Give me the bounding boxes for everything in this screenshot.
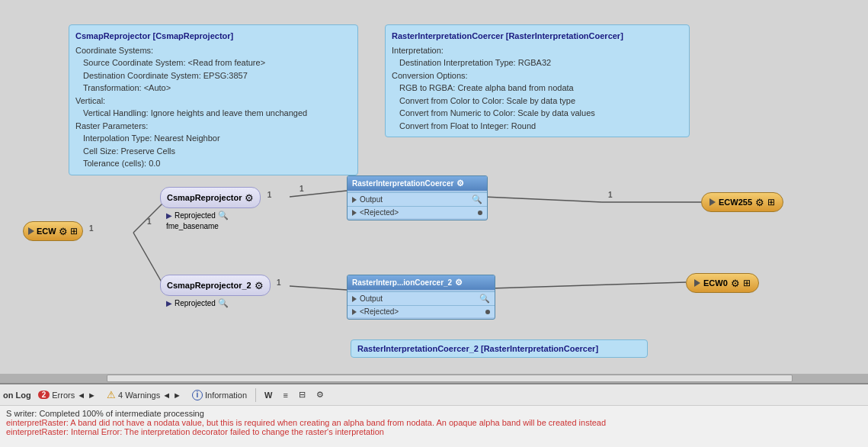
csmap2-reprojected-label: Reprojected	[175, 299, 216, 307]
csmap-tooltip: CsmapReprojector [CsmapReprojector] Coor…	[69, 24, 358, 175]
raster1-ports: Output 🔍 <Rejected>	[348, 191, 487, 220]
log-line-1: S writer: Completed 100% of intermediate…	[6, 409, 862, 418]
canvas-area: CsmapReprojector [CsmapReprojector] Coor…	[0, 0, 868, 374]
raster2-header: RasterInterp...ionCoercer_2 ⚙	[348, 275, 495, 290]
ecw-to-csmap-label: 1	[147, 217, 152, 226]
raster1-rejected-play	[352, 210, 357, 216]
information-button[interactable]: i Information	[188, 388, 251, 403]
ecw-play-icon	[28, 227, 34, 235]
ecw-source-label: ECW	[37, 227, 56, 236]
csmap1-basename-label: fme_basename	[166, 222, 219, 230]
toolbar-settings-icon: ⚙	[316, 390, 324, 400]
log-area: on Log 2 Errors ◄ ► ⚠ 4 Warnings ◄ ► i I…	[0, 383, 868, 447]
raster1-output-label: Output	[360, 195, 383, 204]
toolbar-w-btn[interactable]: W	[261, 388, 276, 402]
bottom-popup-title: RasterInterpretationCoercer_2 [RasterInt…	[357, 344, 598, 353]
csmap1-basename-port: fme_basename	[166, 221, 261, 231]
ecw0-play-icon	[694, 279, 700, 287]
csmap2-label: CsmapReprojector_2	[167, 281, 251, 290]
csmap-tooltip-line2: Source Coordinate System: <Read from fea…	[75, 56, 351, 69]
ecw255-node[interactable]: ECW255 ⚙ ⊞	[701, 192, 783, 212]
csmap2-magnify-icon: 🔍	[218, 298, 229, 308]
warnings-prev-icon[interactable]: ◄	[162, 391, 171, 400]
ecw255-play-icon	[709, 198, 716, 206]
csmap-tooltip-line4: Transformation: <Auto>	[75, 82, 351, 95]
ecw-table-icon: ⊞	[70, 226, 78, 236]
raster1-to-ecw255-label: 1	[608, 191, 613, 199]
log-line-2: einterpretRaster: A band did not have a …	[6, 418, 862, 427]
csmap1-magnify-icon: 🔍	[218, 211, 229, 220]
ecw255-label: ECW255	[719, 198, 752, 207]
scrollbar-area[interactable]	[0, 374, 868, 383]
csmap1-reprojected-port: ▶ Reprojected 🔍	[166, 210, 261, 221]
csmap2-output-count: 1	[277, 278, 281, 287]
svg-line-5	[290, 286, 347, 290]
csmap1-gear-icon: ⚙	[245, 192, 254, 204]
raster-tooltip-line4: RGB to RGBA: Create alpha band from noda…	[392, 82, 683, 95]
svg-line-6	[492, 282, 686, 288]
ecw0-table-icon: ⊞	[743, 278, 751, 288]
svg-line-2	[290, 191, 347, 197]
toolbar-list-icon: ≡	[283, 391, 287, 400]
errors-prev-icon[interactable]: ◄	[77, 391, 85, 400]
raster2-rejected-play	[352, 309, 357, 315]
warnings-label: 4 Warnings	[118, 391, 160, 400]
errors-count-badge: 2	[38, 391, 50, 399]
raster2-node[interactable]: RasterInterp...ionCoercer_2 ⚙ Output 🔍 <…	[347, 275, 495, 320]
raster1-node[interactable]: RasterInterpretationCoercer ⚙ Output 🔍 <…	[347, 175, 488, 220]
ecw-source-node[interactable]: ECW ⚙ ⊞ 1	[23, 221, 83, 241]
raster2-rejected-label: <Rejected>	[360, 307, 399, 316]
raster1-output-play	[352, 197, 357, 203]
raster-tooltip: RasterInterpretationCoercer [RasterInter…	[385, 24, 690, 137]
scrollbar-thumb[interactable]	[107, 375, 793, 382]
errors-button[interactable]: 2 Errors ◄ ►	[34, 388, 100, 402]
ecw255-table-icon: ⊞	[767, 197, 775, 207]
log-line-3: einterpretRaster: Internal Error: The in…	[6, 427, 862, 436]
csmap1-node[interactable]: CsmapReprojector ⚙ ▶ Reprojected 🔍 fme_b…	[160, 187, 261, 231]
raster-tooltip-line6: Convert from Numeric to Color: Scale by …	[392, 107, 683, 120]
raster-tooltip-line3: Conversion Options:	[392, 69, 683, 82]
csmap-tooltip-line6: Vertical Handling: Ignore heights and le…	[75, 107, 351, 120]
csmap-tooltip-line5: Vertical:	[75, 95, 351, 108]
log-toolbar: on Log 2 Errors ◄ ► ⚠ 4 Warnings ◄ ► i I…	[0, 384, 868, 406]
warnings-next-icon[interactable]: ►	[173, 391, 181, 400]
csmap1-to-raster-label: 1	[299, 185, 304, 193]
csmap2-node[interactable]: CsmapReprojector_2 ⚙ ▶ Reprojected 🔍 1	[160, 275, 271, 309]
raster1-rejected-dot	[478, 211, 482, 215]
raster1-label: RasterInterpretationCoercer	[352, 179, 453, 188]
csmap-tooltip-title: CsmapReprojector [CsmapReprojector]	[75, 30, 351, 43]
toolbar-settings-btn[interactable]: ⚙	[312, 388, 328, 402]
csmap1-output-count: 1	[267, 191, 272, 199]
errors-next-icon[interactable]: ►	[88, 391, 96, 400]
ecw-gear-icon: ⚙	[59, 226, 68, 237]
raster1-gear-icon: ⚙	[456, 178, 464, 188]
raster-tooltip-line1: Interpretation:	[392, 44, 683, 57]
csmap-tooltip-line9: Cell Size: Preserve Cells	[75, 145, 351, 158]
csmap-tooltip-line10: Tolerance (cells): 0.0	[75, 157, 351, 170]
raster1-rejected-port: <Rejected>	[348, 206, 487, 218]
raster1-rejected-label: <Rejected>	[360, 208, 399, 217]
toolbar-w-icon: W	[264, 391, 272, 400]
raster2-ports: Output 🔍 <Rejected>	[348, 290, 495, 319]
log-tab-label: on Log	[3, 391, 31, 400]
raster-tooltip-line2: Destination Interpretation Type: RGBA32	[392, 56, 683, 69]
warning-triangle-icon: ⚠	[107, 389, 116, 400]
raster2-rejected-port: <Rejected>	[348, 305, 495, 317]
bottom-popup: RasterInterpretationCoercer_2 [RasterInt…	[351, 339, 648, 358]
warnings-button[interactable]: ⚠ 4 Warnings ◄ ►	[103, 387, 185, 403]
info-icon: i	[192, 390, 203, 400]
csmap2-reprojected-port: ▶ Reprojected 🔍	[166, 297, 271, 309]
errors-label: Errors	[52, 391, 75, 400]
ecw255-gear-icon: ⚙	[755, 197, 764, 208]
toolbar-filter-btn[interactable]: ⊟	[295, 388, 309, 402]
svg-line-3	[484, 197, 602, 202]
svg-line-1	[133, 233, 164, 286]
log-content: S writer: Completed 100% of intermediate…	[0, 406, 868, 447]
raster-tooltip-line5: Convert from Color to Color: Scale by da…	[392, 95, 683, 108]
ecw0-node[interactable]: ECW0 ⚙ ⊞	[686, 273, 759, 293]
csmap-tooltip-line3: Destination Coordinate System: EPSG:3857	[75, 69, 351, 82]
raster1-output-port: Output 🔍	[348, 192, 487, 206]
toolbar-list-btn[interactable]: ≡	[279, 388, 291, 402]
raster1-output-magnify: 🔍	[472, 195, 482, 204]
raster2-rejected-dot	[485, 310, 490, 314]
